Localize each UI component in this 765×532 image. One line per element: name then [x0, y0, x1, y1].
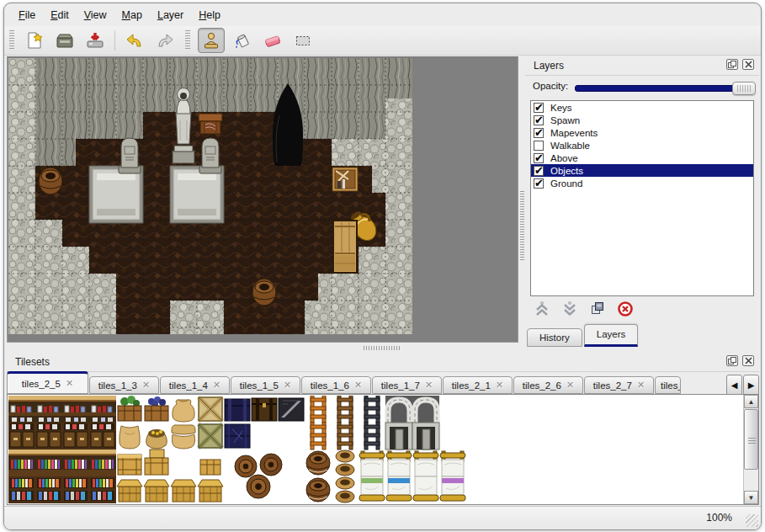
- resize-grip[interactable]: [746, 514, 758, 527]
- tileset-tile-arch: [412, 396, 439, 423]
- layer-visibility-checkbox[interactable]: ✔: [534, 115, 544, 125]
- layer-row-mapevents[interactable]: ✔Mapevents: [531, 126, 753, 139]
- float-dock-button[interactable]: [726, 355, 738, 366]
- scroll-tabs-left-button[interactable]: ◀: [726, 375, 742, 396]
- eraser-tool-icon: [263, 30, 283, 51]
- close-tab-icon[interactable]: ✕: [66, 378, 73, 389]
- map-object-tool-crate: [332, 168, 358, 191]
- close-dock-button[interactable]: [742, 355, 754, 366]
- menu-edit[interactable]: Edit: [43, 7, 77, 24]
- opacity-slider[interactable]: [575, 85, 755, 92]
- close-tab-icon[interactable]: ✕: [354, 380, 362, 391]
- scroll-up-button[interactable]: ▲: [744, 395, 758, 408]
- close-tab-icon[interactable]: ✕: [284, 380, 291, 391]
- tileset-tile-ladder-orange: [311, 423, 326, 450]
- close-tab-icon[interactable]: ✕: [566, 380, 574, 391]
- tilesets-dock-titlebar: Tilesets: [7, 352, 759, 372]
- splitter-handle-icon[interactable]: [520, 191, 524, 262]
- tileset-tab-tiles[interactable]: tiles_: [655, 376, 681, 394]
- layer-visibility-checkbox[interactable]: ✔: [534, 178, 544, 189]
- tileset-tab-tiles_1_7[interactable]: tiles_1_7✕: [372, 376, 442, 394]
- tileset-tile-shelf-bottom: [89, 423, 116, 450]
- map-canvas[interactable]: [8, 58, 412, 334]
- tileset-tile-sack-top: [173, 400, 194, 422]
- menu-help[interactable]: Help: [191, 7, 228, 24]
- tileset-tile-sack: [120, 426, 141, 449]
- scroll-down-button[interactable]: ▼: [744, 491, 758, 504]
- delete-layer-button[interactable]: [615, 299, 635, 319]
- layer-visibility-checkbox[interactable]: ✔: [534, 166, 544, 176]
- tileset-tile-chest-blue: [225, 424, 250, 448]
- panel-tab-layers[interactable]: Layers: [584, 324, 639, 347]
- tileset-tile-crate-lid: [198, 480, 223, 502]
- stamp-tool-button[interactable]: [198, 28, 225, 53]
- new-file-button[interactable]: [22, 29, 47, 52]
- layer-visibility-checkbox[interactable]: ✔: [534, 128, 544, 138]
- opacity-slider-handle[interactable]: [732, 82, 756, 95]
- layer-row-spawn[interactable]: ✔Spawn: [531, 114, 753, 126]
- tileset-tile-bed-head: [413, 451, 438, 476]
- tileset-tile-chest-metal: [279, 398, 304, 421]
- layer-row-walkable[interactable]: Walkable: [531, 139, 753, 152]
- tileset-tab-tiles_2_1[interactable]: tiles_2_1✕: [443, 376, 513, 394]
- opacity-label: Opacity:: [533, 81, 568, 91]
- tileset-tab-tiles_1_4[interactable]: tiles_1_4✕: [160, 376, 230, 394]
- toolbar-drag-handle[interactable]: [185, 30, 190, 51]
- map-viewport[interactable]: [7, 56, 518, 343]
- tileset-view[interactable]: ▲ ▼: [7, 394, 759, 505]
- layer-visibility-checkbox[interactable]: ✔: [534, 103, 544, 113]
- close-tab-icon[interactable]: ✕: [496, 380, 503, 391]
- fill-tool-button[interactable]: [230, 29, 255, 52]
- save-file-button[interactable]: [82, 29, 108, 52]
- close-dock-button[interactable]: [742, 59, 754, 70]
- toolbar-drag-handle[interactable]: [9, 30, 14, 51]
- tileset-tile-shelf2-bottom: [8, 476, 35, 503]
- menu-layer[interactable]: Layer: [150, 7, 191, 24]
- float-dock-button[interactable]: [726, 59, 738, 70]
- open-file-button[interactable]: [52, 29, 77, 52]
- layer-name: Spawn: [550, 115, 580, 125]
- tileset-tile-doorway: [385, 423, 412, 450]
- horizontal-splitter[interactable]: [7, 343, 525, 352]
- menu-map[interactable]: Map: [114, 7, 150, 24]
- tileset-canvas[interactable]: [8, 396, 466, 503]
- splitter-handle-icon[interactable]: [364, 346, 401, 350]
- scrollbar-thumb[interactable]: [744, 409, 758, 470]
- close-tab-icon[interactable]: ✕: [142, 380, 150, 391]
- tileset-tile-chest-straps: [252, 398, 277, 421]
- panel-tab-history[interactable]: History: [527, 328, 582, 347]
- tileset-tile-crate-grapes: [145, 396, 168, 421]
- tileset-tab-tiles_1_6[interactable]: tiles_1_6✕: [301, 376, 371, 394]
- select-tool-button[interactable]: [290, 29, 316, 52]
- vertical-splitter[interactable]: [519, 56, 525, 343]
- tileset-tab-tiles_2_6[interactable]: tiles_2_6✕: [513, 376, 583, 394]
- tileset-tile-ladder-brown: [337, 396, 353, 423]
- layer-row-objects[interactable]: ✔Objects: [531, 164, 753, 177]
- layer-visibility-checkbox[interactable]: ✔: [534, 153, 544, 163]
- layer-row-above[interactable]: ✔Above: [531, 152, 753, 164]
- tileset-tab-tiles_1_5[interactable]: tiles_1_5✕: [231, 376, 300, 394]
- tileset-tile-crate: [118, 455, 141, 475]
- close-tab-icon[interactable]: ✕: [637, 380, 645, 391]
- tileset-tab-tiles_2_5[interactable]: tiles_2_5✕: [7, 371, 88, 394]
- scroll-tabs-right-button[interactable]: ▶: [743, 375, 759, 396]
- tileset-tab-tiles_1_3[interactable]: tiles_1_3✕: [89, 376, 159, 394]
- layer-visibility-checkbox[interactable]: [534, 141, 544, 151]
- menu-file[interactable]: File: [11, 7, 43, 24]
- close-tab-icon[interactable]: ✕: [425, 380, 433, 391]
- close-tab-icon[interactable]: ✕: [213, 380, 220, 391]
- layer-row-ground[interactable]: ✔Ground: [531, 177, 753, 189]
- tileset-scrollbar: ▲ ▼: [743, 395, 758, 504]
- layer-row-keys[interactable]: ✔Keys: [531, 101, 753, 114]
- move-layer-up-button[interactable]: [532, 299, 552, 319]
- tileset-tab-tiles_2_7[interactable]: tiles_2_7✕: [584, 376, 654, 394]
- eraser-tool-button[interactable]: [260, 29, 285, 52]
- duplicate-layer-button[interactable]: [587, 299, 608, 319]
- map-object-tombstone: [199, 138, 221, 173]
- redo-button[interactable]: [152, 29, 178, 52]
- move-layer-down-button[interactable]: [560, 299, 580, 319]
- menu-view[interactable]: View: [77, 7, 114, 24]
- map-object-table: [199, 114, 222, 134]
- tileset-tile-crate-lid: [144, 480, 169, 502]
- undo-button[interactable]: [122, 29, 147, 52]
